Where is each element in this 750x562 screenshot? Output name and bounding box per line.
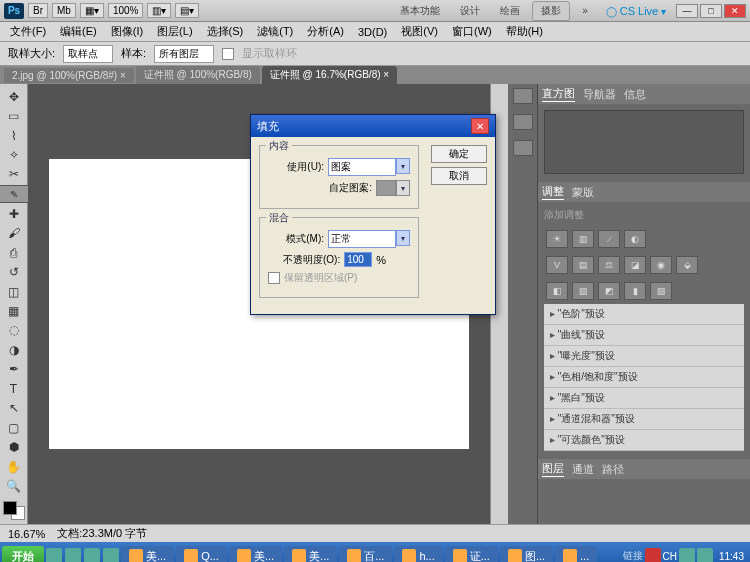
mini-panel-icon[interactable] bbox=[513, 140, 533, 156]
menu-view[interactable]: 视图(V) bbox=[395, 22, 444, 41]
close-button[interactable]: ✕ bbox=[724, 4, 746, 18]
brightness-icon[interactable]: ☀ bbox=[546, 230, 568, 248]
status-zoom[interactable]: 16.67% bbox=[8, 528, 45, 540]
eraser-tool[interactable]: ◫ bbox=[3, 283, 25, 300]
stamp-tool[interactable]: ⎙ bbox=[3, 244, 25, 261]
tray-icon[interactable] bbox=[679, 548, 695, 562]
start-button[interactable]: 开始 bbox=[2, 546, 44, 563]
ime-icon[interactable] bbox=[645, 548, 661, 562]
task-item[interactable]: h... bbox=[394, 546, 442, 562]
workspace-tab-basic[interactable]: 基本功能 bbox=[392, 2, 448, 20]
photo-filter-icon[interactable]: ◉ bbox=[650, 256, 672, 274]
workspace-tab-paint[interactable]: 绘画 bbox=[492, 2, 528, 20]
preset-levels[interactable]: "色阶"预设 bbox=[544, 304, 744, 325]
tab-channels[interactable]: 通道 bbox=[572, 462, 594, 477]
task-item[interactable]: 百... bbox=[339, 546, 392, 563]
sample-select[interactable]: 所有图层 bbox=[154, 45, 214, 63]
selective-icon[interactable]: ▧ bbox=[650, 282, 672, 300]
lang-indicator[interactable]: CH bbox=[663, 551, 677, 562]
workspace-tab-design[interactable]: 设计 bbox=[452, 2, 488, 20]
menu-layer[interactable]: 图层(L) bbox=[151, 22, 198, 41]
dialog-close-button[interactable]: ✕ bbox=[471, 118, 489, 134]
tab-histogram[interactable]: 直方图 bbox=[542, 86, 575, 102]
menu-file[interactable]: 文件(F) bbox=[4, 22, 52, 41]
preset-hue[interactable]: "色相/饱和度"预设 bbox=[544, 367, 744, 388]
3d-tool[interactable]: ⬢ bbox=[3, 438, 25, 455]
color-swatches[interactable] bbox=[3, 501, 25, 520]
dropdown-icon[interactable]: ▾ bbox=[396, 180, 410, 196]
task-item[interactable]: Q... bbox=[176, 546, 227, 562]
menu-window[interactable]: 窗口(W) bbox=[446, 22, 498, 41]
invert-icon[interactable]: ◧ bbox=[546, 282, 568, 300]
vibrance-icon[interactable]: V bbox=[546, 256, 568, 274]
levels-icon[interactable]: ▥ bbox=[572, 230, 594, 248]
dropdown-icon[interactable]: ▾ bbox=[396, 230, 410, 246]
cslive-button[interactable]: ◯ CS Live ▾ bbox=[600, 5, 672, 17]
type-tool[interactable]: T bbox=[3, 380, 25, 397]
preset-curves[interactable]: "曲线"预设 bbox=[544, 325, 744, 346]
show-ring-checkbox[interactable] bbox=[222, 48, 234, 60]
preset-mixer[interactable]: "通道混和器"预设 bbox=[544, 409, 744, 430]
dodge-tool[interactable]: ◑ bbox=[3, 341, 25, 358]
doc-tab-0[interactable]: 2.jpg @ 100%(RGB/8#) × bbox=[4, 68, 134, 83]
screen-mode-icon[interactable]: ▦▾ bbox=[80, 3, 104, 18]
hue-icon[interactable]: ▤ bbox=[572, 256, 594, 274]
tab-paths[interactable]: 路径 bbox=[602, 462, 624, 477]
br-icon[interactable]: Br bbox=[28, 3, 48, 18]
minimize-button[interactable]: — bbox=[676, 4, 698, 18]
sample-size-select[interactable]: 取样点 bbox=[63, 45, 113, 63]
status-docsize[interactable]: 文档:23.3M/0 字节 bbox=[57, 526, 147, 541]
tray-icon[interactable] bbox=[103, 548, 119, 562]
lasso-tool[interactable]: ⌇ bbox=[3, 127, 25, 144]
task-item[interactable]: 美... bbox=[229, 546, 282, 563]
move-tool[interactable]: ✥ bbox=[3, 88, 25, 105]
blur-tool[interactable]: ◌ bbox=[3, 322, 25, 339]
menu-3d[interactable]: 3D(D) bbox=[352, 24, 393, 40]
workspace-tab-photo[interactable]: 摄影 bbox=[532, 1, 570, 21]
taskbar-link[interactable]: 链接 bbox=[623, 549, 643, 562]
balance-icon[interactable]: ⚖ bbox=[598, 256, 620, 274]
dropdown-icon[interactable]: ▾ bbox=[396, 158, 410, 174]
marquee-tool[interactable]: ▭ bbox=[3, 107, 25, 124]
heal-tool[interactable]: ✚ bbox=[3, 205, 25, 222]
tab-navigator[interactable]: 导航器 bbox=[583, 87, 616, 102]
threshold-icon[interactable]: ◩ bbox=[598, 282, 620, 300]
exposure-icon[interactable]: ◐ bbox=[624, 230, 646, 248]
tray-icon[interactable] bbox=[46, 548, 62, 562]
hand-tool[interactable]: ✋ bbox=[3, 458, 25, 475]
view-extras-icon[interactable]: ▥▾ bbox=[147, 3, 171, 18]
pattern-swatch[interactable] bbox=[376, 180, 396, 196]
preset-exposure[interactable]: "曝光度"预设 bbox=[544, 346, 744, 367]
mode-select[interactable]: 正常 bbox=[328, 230, 396, 248]
arrange-icon[interactable]: ▤▾ bbox=[175, 3, 199, 18]
pen-tool[interactable]: ✒ bbox=[3, 361, 25, 378]
mini-panel-icon[interactable] bbox=[513, 114, 533, 130]
mb-icon[interactable]: Mb bbox=[52, 3, 76, 18]
workspace-more-icon[interactable]: » bbox=[574, 3, 596, 18]
tab-adjustments[interactable]: 调整 bbox=[542, 184, 564, 200]
dialog-titlebar[interactable]: 填充 ✕ bbox=[251, 115, 495, 137]
menu-edit[interactable]: 编辑(E) bbox=[54, 22, 103, 41]
tray-icon[interactable] bbox=[84, 548, 100, 562]
opacity-input[interactable]: 100 bbox=[344, 252, 372, 267]
preserve-checkbox[interactable] bbox=[268, 272, 280, 284]
gradient-map-icon[interactable]: ▮ bbox=[624, 282, 646, 300]
brush-tool[interactable]: 🖌 bbox=[3, 225, 25, 242]
zoom-level[interactable]: 100% bbox=[108, 3, 144, 18]
mini-panel-icon[interactable] bbox=[513, 88, 533, 104]
path-tool[interactable]: ↖ bbox=[3, 400, 25, 417]
clock[interactable]: 11:43 bbox=[715, 551, 748, 562]
menu-analysis[interactable]: 分析(A) bbox=[301, 22, 350, 41]
menu-image[interactable]: 图像(I) bbox=[105, 22, 149, 41]
ok-button[interactable]: 确定 bbox=[431, 145, 487, 163]
zoom-tool[interactable]: 🔍 bbox=[3, 477, 25, 494]
tray-icon[interactable] bbox=[65, 548, 81, 562]
bw-icon[interactable]: ◪ bbox=[624, 256, 646, 274]
doc-tab-2[interactable]: 证件照 @ 16.7%(RGB/8) × bbox=[262, 66, 397, 84]
history-brush-tool[interactable]: ↺ bbox=[3, 263, 25, 280]
curves-icon[interactable]: ⟋ bbox=[598, 230, 620, 248]
task-item[interactable]: ... bbox=[555, 546, 597, 562]
mixer-icon[interactable]: ⬙ bbox=[676, 256, 698, 274]
shape-tool[interactable]: ▢ bbox=[3, 419, 25, 436]
menu-help[interactable]: 帮助(H) bbox=[500, 22, 549, 41]
